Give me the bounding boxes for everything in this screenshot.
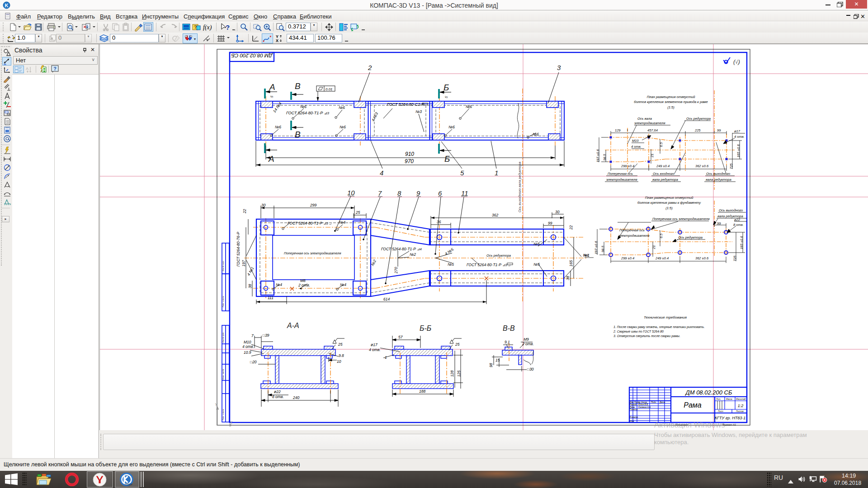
svg-text:K: K: [5, 3, 9, 8]
svg-text:99: 99: [717, 128, 721, 132]
svg-text:299 ±0.4: 299 ±0.4: [621, 256, 634, 260]
svg-text:Ось выходного: Ось выходного: [706, 172, 730, 176]
svg-text:10: 10: [337, 359, 341, 364]
svg-text:1. После сварки раму отжечь, о: 1. После сварки раму отжечь, опорные пла…: [613, 325, 705, 329]
svg-text:болтов крепления элементов при: болтов крепления элементов привода к рам…: [634, 100, 708, 104]
svg-text:22: 22: [242, 209, 247, 214]
svg-text:электродвигателя: электродвигателя: [606, 178, 637, 182]
svg-text:362 ±0.6: 362 ±0.6: [695, 164, 709, 168]
svg-text:5: 5: [444, 95, 449, 99]
svg-text:197 ±0.6: 197 ±0.6: [596, 149, 600, 163]
svg-text:910: 910: [405, 151, 414, 157]
svg-text:188: 188: [419, 389, 425, 394]
svg-text:5: 5: [460, 169, 464, 177]
svg-text:6.5: 6.5: [659, 233, 663, 238]
svg-text:9.8: 9.8: [339, 353, 344, 358]
svg-text:10: 10: [347, 189, 355, 197]
svg-text:270: 270: [394, 267, 398, 274]
svg-text:ø17: ø17: [734, 129, 741, 133]
svg-text:Ось редуктора: Ось редуктора: [678, 235, 703, 239]
svg-text:Юдин В.В.: Юдин В.В.: [638, 404, 648, 406]
svg-text:болтов крепления рамы к фундам: болтов крепления рамы к фундаменту: [637, 201, 701, 205]
svg-text:(√): (√): [733, 58, 740, 65]
svg-text:№6: №6: [533, 132, 539, 136]
svg-text:электродвигателя: электродвигателя: [618, 234, 649, 238]
svg-text:57: 57: [398, 335, 403, 339]
svg-text:362: 362: [492, 213, 498, 217]
svg-text:?: ?: [53, 66, 57, 71]
svg-text:8 отв.: 8 отв.: [733, 223, 744, 227]
svg-text:3. Отверстия сверлить после св: 3. Отверстия сверлить после сварки рамы.: [613, 334, 680, 338]
svg-text:ø22: ø22: [734, 218, 741, 222]
svg-text:9: 9: [416, 189, 420, 197]
svg-text:Рама: Рама: [684, 401, 702, 409]
svg-text:№5: №5: [533, 242, 540, 246]
svg-text:21: 21: [650, 154, 654, 158]
svg-text:5: 5: [270, 95, 274, 98]
svg-text:8 отв.: 8 отв.: [272, 394, 284, 399]
svg-text:№4: №4: [276, 282, 282, 287]
svg-text:25: 25: [338, 342, 343, 347]
svg-text:Листов: Листов: [736, 410, 744, 413]
svg-text:99: 99: [717, 221, 721, 225]
svg-text:9.1: 9.1: [505, 340, 510, 344]
svg-text:Ось выходного: Ось выходного: [719, 208, 743, 212]
svg-text:Инв № дубл.: Инв № дубл.: [222, 332, 224, 343]
svg-text:1: 1: [385, 355, 387, 360]
svg-text:№4: №4: [340, 282, 346, 287]
svg-text:ГОСТ 5264-80-Т1-Р ⊿3: ГОСТ 5264-80-Т1-Р ⊿3: [286, 111, 330, 115]
svg-text:№6: №6: [339, 105, 345, 110]
svg-text:Масштаб: Масштаб: [736, 398, 746, 400]
svg-text:197 ±0.6: 197 ±0.6: [594, 241, 598, 254]
svg-text:М10: М10: [632, 139, 639, 143]
svg-text:2. Сварные швы по ГОСТ 5264-80: 2. Сварные швы по ГОСТ 5264-80: [613, 330, 664, 333]
svg-text:вала редуктора: вала редуктора: [706, 178, 731, 182]
svg-text:ГОСТ 5264-80-Т1-Р ⊿3 ⏗: ГОСТ 5264-80-Т1-Р ⊿3 ⏗: [467, 263, 511, 267]
svg-text:План размещения отверстий: План размещения отверстий: [647, 95, 696, 99]
svg-text:В: В: [295, 81, 301, 91]
svg-text:М9: М9: [524, 337, 529, 342]
svg-text:970: 970: [405, 158, 414, 164]
svg-text:№5: №5: [448, 262, 454, 267]
svg-text:Ось редуктора: Ось редуктора: [486, 253, 511, 258]
svg-text:Разраб.: Разраб.: [630, 404, 637, 406]
svg-text:98: 98: [489, 363, 493, 367]
svg-text:Утв.: Утв.: [630, 420, 634, 422]
svg-text:4: 4: [380, 169, 383, 177]
svg-text:Н.контр.: Н.контр.: [630, 416, 638, 418]
svg-text:4 отв.: 4 отв.: [734, 135, 745, 139]
svg-text:Лит.: Лит.: [716, 398, 721, 400]
svg-text:457,64: 457,64: [647, 128, 658, 132]
svg-text:№4: №4: [339, 220, 345, 225]
svg-text:249 ±0.4: 249 ±0.4: [655, 256, 669, 260]
svg-text:□30: □30: [527, 367, 534, 371]
svg-text:□39: □39: [263, 333, 269, 338]
svg-text:Инв № подл.: Инв № подл.: [222, 260, 224, 271]
svg-text:ГОСТ 5264-80-С2-Р: ГОСТ 5264-80-С2-Р: [387, 102, 424, 107]
svg-text:99: 99: [548, 221, 552, 225]
svg-text:11: 11: [461, 189, 468, 197]
svg-text:3: 3: [557, 64, 561, 71]
svg-text:225: 225: [694, 128, 701, 132]
svg-text:Ось входного: Ось входного: [653, 172, 675, 176]
svg-text:4 отв.: 4 отв.: [242, 344, 254, 349]
svg-text:Y: Y: [215, 402, 218, 407]
svg-text:А: А: [269, 82, 275, 92]
svg-text:Т.контр.: Т.контр.: [630, 408, 638, 411]
svg-text:98.5: 98.5: [603, 154, 607, 160]
svg-text:129: 129: [615, 128, 621, 132]
svg-text:ø17: ø17: [371, 343, 377, 347]
svg-text:№6: №6: [466, 104, 472, 109]
svg-text:Б: Б: [443, 83, 449, 92]
svg-text:14 №4: 14 №4: [272, 101, 283, 113]
svg-text:38: 38: [248, 284, 252, 288]
svg-text:X: X: [276, 38, 278, 42]
svg-text:Дата: Дата: [659, 401, 665, 404]
svg-text:?: ?: [226, 23, 230, 31]
svg-text:ГОСТ 5264-80-Т6-Р: ГОСТ 5264-80-Т6-Р: [236, 232, 241, 267]
svg-text:План размещения отверстий: План размещения отверстий: [645, 196, 694, 200]
svg-text:299: 299: [310, 203, 316, 207]
svg-text:М8: М8: [300, 278, 306, 283]
svg-text:№1: №1: [583, 253, 589, 257]
svg-text:Поперечная ось: Поперечная ось: [608, 172, 633, 176]
